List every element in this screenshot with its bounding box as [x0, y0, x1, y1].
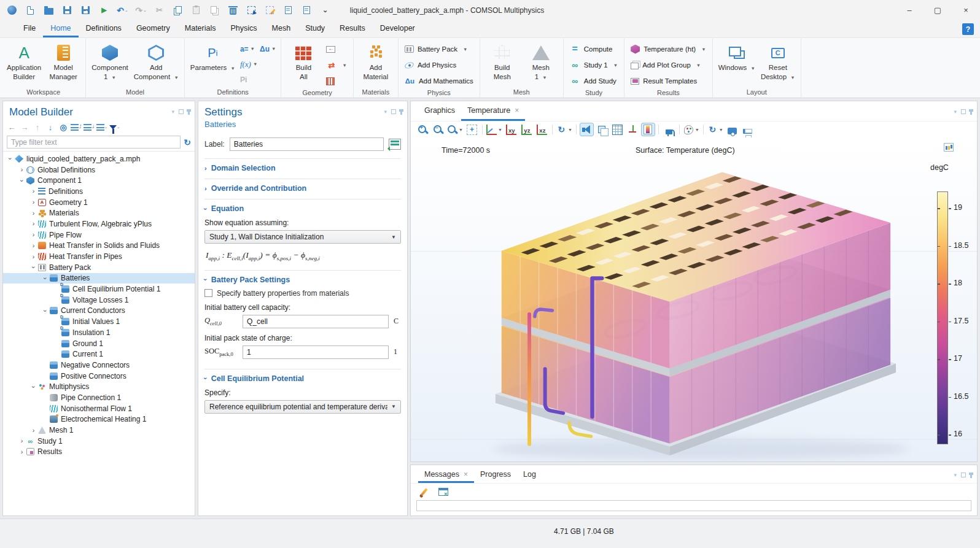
tree-expand-icon[interactable]: ›: [7, 155, 14, 162]
tree-item-battery-pack[interactable]: ›Battery Pack: [3, 262, 195, 273]
section-override-contribution[interactable]: ›Override and Contribution: [204, 179, 401, 199]
build-mesh-button[interactable]: BuildMesh: [483, 39, 521, 83]
tree-item-heat-transfer-in-pipes[interactable]: ›Heat Transfer in Pipes: [3, 251, 195, 262]
menu-study[interactable]: Study: [298, 20, 332, 37]
delete-icon[interactable]: [225, 2, 241, 18]
zoom-in-button[interactable]: +: [416, 123, 430, 136]
print-button[interactable]: [741, 123, 755, 136]
down-button[interactable]: ↓: [44, 121, 56, 133]
undo-icon[interactable]: ↶⌄: [114, 2, 131, 18]
tree-expand-icon[interactable]: ›: [30, 242, 37, 249]
section-battery-pack-settings[interactable]: ›Battery Pack Settings Specify battery p…: [204, 270, 401, 369]
tree-item-pipe-connection-1[interactable]: Pipe Connection 1: [3, 392, 195, 403]
result-templates-button[interactable]: Result Templates: [628, 74, 709, 88]
label-input[interactable]: [230, 137, 384, 151]
collapse-button[interactable]: ⌄: [96, 121, 108, 133]
tree-item-insulation-1[interactable]: Insulation 1: [3, 327, 195, 338]
panel-menu-icon[interactable]: ▾: [171, 109, 174, 115]
add-physics-button[interactable]: Add Physics: [402, 58, 476, 72]
find-icon[interactable]: [280, 2, 297, 18]
section-domain-selection[interactable]: ›Domain Selection: [204, 158, 401, 179]
tree-item-negative-connectors[interactable]: Negative Connectors: [3, 360, 195, 371]
refresh-icon[interactable]: ↻: [184, 137, 191, 147]
study-1-button[interactable]: ∞Study 1▼: [567, 58, 621, 72]
tree-item-geometry-1[interactable]: ›AGeometry 1: [3, 197, 195, 208]
tree-expand-icon[interactable]: ›: [42, 307, 49, 314]
tree-filter-input[interactable]: [7, 136, 181, 149]
tree-expand-icon[interactable]: ›: [30, 231, 37, 238]
capacity-input[interactable]: [243, 315, 389, 328]
zoom-out-button[interactable]: −: [431, 123, 445, 136]
tree-item-current-conductors[interactable]: ›Current Conductors: [3, 306, 195, 317]
orientation-button[interactable]: [626, 123, 640, 136]
panel-float-icon[interactable]: [961, 109, 966, 114]
panel-menu-icon[interactable]: ▾: [954, 472, 957, 478]
show-button[interactable]: ◎: [57, 121, 69, 133]
tree-item-component-1[interactable]: ›Component 1: [3, 175, 195, 186]
tree-item-positive-connectors[interactable]: Positive Connectors: [3, 371, 195, 382]
tree-item-ground-1[interactable]: Ground 1: [3, 338, 195, 349]
menu-developer[interactable]: Developer: [373, 20, 422, 37]
tree-item-initial-values-1[interactable]: Initial Values 1: [3, 316, 195, 327]
back-button[interactable]: ←: [6, 121, 18, 133]
menu-results[interactable]: Results: [332, 20, 373, 37]
battery-pack-button[interactable]: Battery Pack▼: [402, 42, 476, 56]
scene-light-button[interactable]: [580, 123, 594, 136]
tree-expand-icon[interactable]: ›: [18, 449, 25, 455]
mesh-1-button[interactable]: Mesh1 ▼: [522, 39, 560, 83]
panel-pin-icon[interactable]: [188, 109, 190, 115]
windows-button-button[interactable]: Windows ▼: [716, 39, 758, 74]
tree-item-study-1[interactable]: ›∞Study 1: [3, 436, 195, 447]
tree-expand-icon[interactable]: ›: [30, 220, 37, 227]
forward-button[interactable]: →: [18, 121, 31, 133]
component-1-button[interactable]: Component1 ▼: [89, 39, 130, 83]
tree-item-mesh-1[interactable]: ›Mesh 1: [3, 425, 195, 436]
save-icon[interactable]: [59, 2, 76, 18]
menu-geometry[interactable]: Geometry: [129, 20, 177, 37]
add-component-button[interactable]: AddComponent ▼: [131, 39, 181, 83]
tree-expand-icon[interactable]: ›: [30, 384, 37, 390]
add-plot-group-button[interactable]: Add Plot Group▼: [628, 58, 709, 72]
node-properties-icon[interactable]: [389, 139, 401, 150]
panel-float-icon[interactable]: [961, 473, 966, 477]
close-icon[interactable]: ×: [464, 470, 468, 479]
cut-icon[interactable]: ✂: [151, 2, 168, 18]
application-builder-button[interactable]: AApplicationBuilder: [4, 39, 44, 83]
tree-item-cell-equilibrium-potential-1[interactable]: Cell Equilibrium Potential 1: [3, 284, 195, 295]
find-results-icon[interactable]: [298, 2, 315, 18]
transparency-button[interactable]: [595, 123, 609, 136]
panel-float-icon[interactable]: [179, 109, 184, 114]
new-file-icon[interactable]: [22, 2, 39, 18]
tree-item-materials[interactable]: ›Materials: [3, 207, 195, 218]
update-button[interactable]: ↻▼: [707, 123, 724, 136]
panel-pin-icon[interactable]: [400, 109, 402, 115]
move-up-button[interactable]: ↑⌄: [70, 121, 82, 133]
tree-expand-icon[interactable]: ›: [30, 427, 37, 434]
menu-physics[interactable]: Physics: [223, 20, 264, 37]
close-button[interactable]: ×: [952, 0, 980, 20]
parameters-button-button[interactable]: PiParameters ▼: [188, 39, 238, 74]
tree-item-definitions[interactable]: ›Definitions: [3, 186, 195, 197]
view-yz-button[interactable]: yz: [519, 123, 534, 136]
tree-item-pipe-flow[interactable]: ›Pipe Flow: [3, 230, 195, 241]
add-study-button[interactable]: ∞Add Study: [567, 74, 621, 88]
model-manager-button[interactable]: ModelManager: [44, 39, 82, 83]
open-file-icon[interactable]: [41, 2, 57, 18]
build-all-button[interactable]: BuildAll: [284, 39, 322, 83]
copy-icon[interactable]: [169, 2, 186, 18]
tree-expand-icon[interactable]: ›: [30, 188, 37, 195]
tree-item-batteries[interactable]: ›Batteries: [3, 273, 195, 284]
rotate-button[interactable]: ↻▼: [556, 123, 573, 136]
messages-tab-messages[interactable]: Messages×: [418, 465, 474, 483]
clear-selection-icon[interactable]: [262, 2, 278, 18]
view-xz-button[interactable]: xz: [535, 123, 549, 136]
paste-icon[interactable]: [188, 2, 204, 18]
tree-expand-icon[interactable]: ›: [30, 253, 37, 260]
help-button[interactable]: ?: [962, 23, 974, 35]
virtual-operations-icon[interactable]: [323, 74, 349, 88]
panel-menu-icon[interactable]: ▾: [384, 109, 387, 115]
close-icon[interactable]: ×: [515, 106, 519, 115]
panel-float-icon[interactable]: [391, 109, 396, 114]
tree-item-multiphysics[interactable]: ›Multiphysics: [3, 381, 195, 392]
section-equation[interactable]: ›Equation Show equation assuming: Study …: [204, 199, 401, 270]
